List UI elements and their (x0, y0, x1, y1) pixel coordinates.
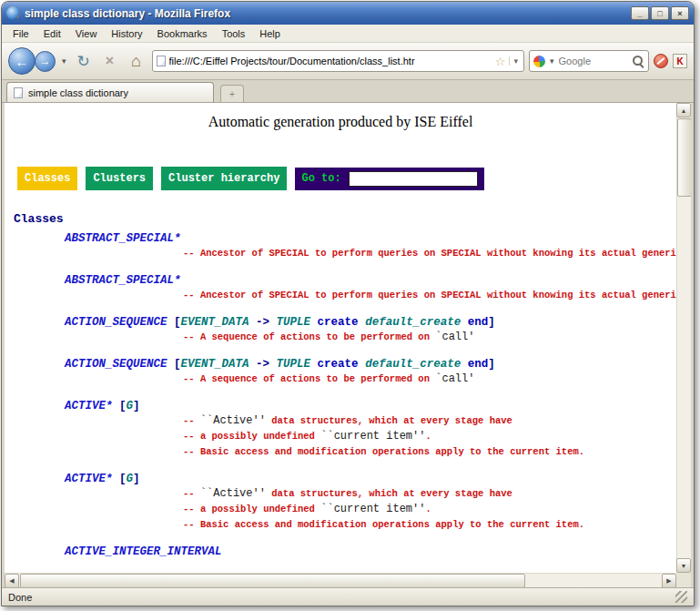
navigation-toolbar: ← → ▾ ↻ × ⌂ ☆ ▾ ▾ K (2, 43, 694, 80)
tab-label: simple class dictionary (28, 87, 128, 98)
bookmark-star-icon[interactable]: ☆ (495, 55, 506, 68)
class-entry: ACTIVE* [G]-- ``Active'' data structures… (5, 399, 676, 460)
class-entry: ACTION_SEQUENCE [EVENT_DATA -> TUPLE cre… (5, 357, 676, 387)
back-button[interactable]: ← (8, 47, 36, 75)
class-signature[interactable]: ACTIVE_INTEGER_INTERVAL (5, 545, 676, 559)
stop-icon[interactable]: × (99, 50, 121, 72)
google-engine-icon[interactable] (533, 56, 545, 67)
window-controls: _ □ × (631, 6, 689, 20)
resize-grip[interactable] (675, 591, 687, 603)
classes-section-title: Classes (14, 212, 676, 226)
goto-input[interactable] (349, 171, 478, 187)
horizontal-scrollbar[interactable]: ◀ ▶ (5, 573, 676, 587)
history-dropdown-icon[interactable]: ▾ (60, 56, 68, 66)
menu-edit[interactable]: Edit (36, 26, 68, 41)
clusters-button[interactable]: Clusters (86, 167, 153, 190)
class-entry: ABSTRACT_SPECIAL*-- Ancestor of SPECIAL … (5, 273, 676, 303)
window-title: simple class dictionary - Mozilla Firefo… (25, 7, 626, 20)
scroll-down-icon[interactable]: ▼ (676, 558, 691, 573)
tab-simple-class-dictionary[interactable]: simple class dictionary (6, 82, 214, 102)
new-tab-icon: + (229, 88, 235, 99)
class-comment: -- ``Active'' data structures, which at … (5, 486, 676, 502)
scroll-left-icon[interactable]: ◀ (5, 574, 19, 587)
kaspersky-addon-icon[interactable]: K (673, 54, 687, 68)
forward-arrow-icon: → (40, 55, 51, 67)
home-icon[interactable]: ⌂ (126, 50, 147, 72)
class-signature[interactable]: ACTIVE* [G] (5, 399, 676, 413)
status-text: Done (8, 592, 32, 603)
search-box: ▾ (529, 50, 649, 72)
reload-icon[interactable]: ↻ (73, 50, 95, 72)
class-signature[interactable]: ABSTRACT_SPECIAL* (5, 231, 676, 246)
page-title: Automatic generation produced by ISE Eif… (5, 103, 676, 130)
class-list: ABSTRACT_SPECIAL*-- Ancestor of SPECIAL … (5, 231, 676, 559)
search-input[interactable] (559, 56, 629, 66)
class-comment: -- Ancestor of SPECIAL to perform querie… (5, 246, 676, 261)
forward-button[interactable]: → (35, 51, 56, 72)
class-comment: -- Basic access and modification operati… (5, 444, 676, 460)
class-comment: -- Basic access and modification operati… (5, 517, 676, 533)
class-comment: -- a possibly undefined ``current item''… (5, 429, 676, 444)
title-bar[interactable]: simple class dictionary - Mozilla Firefo… (2, 2, 694, 25)
class-signature[interactable]: ABSTRACT_SPECIAL* (5, 273, 676, 288)
goto-label: Go to: (301, 172, 340, 185)
class-entry: ACTIVE* [G]-- ``Active'' data structures… (5, 472, 676, 533)
search-icon[interactable] (632, 55, 644, 67)
cluster-hierarchy-button[interactable]: Cluster hierarchy (161, 167, 287, 190)
firefox-window: simple class dictionary - Mozilla Firefo… (1, 1, 695, 606)
url-input[interactable] (169, 56, 492, 66)
class-comment: -- Ancestor of SPECIAL to perform querie… (5, 288, 676, 303)
vertical-scrollbar[interactable]: ▲ ▼ (676, 103, 691, 573)
status-bar: Done (2, 587, 694, 606)
new-tab-stub[interactable]: + (220, 85, 244, 102)
maximize-icon[interactable]: □ (651, 6, 669, 20)
url-bar: ☆ ▾ (152, 50, 524, 72)
addon-block-icon[interactable] (654, 54, 668, 68)
minimize-icon[interactable]: _ (631, 6, 649, 20)
menu-tools[interactable]: Tools (215, 26, 253, 41)
vertical-scroll-thumb[interactable] (677, 118, 692, 197)
classes-button[interactable]: Classes (17, 167, 77, 190)
doc-nav-row: Classes Clusters Cluster hierarchy Go to… (17, 167, 676, 190)
tab-favicon (14, 87, 23, 98)
menu-history[interactable]: History (104, 26, 149, 41)
tab-bar: simple class dictionary + (2, 80, 694, 103)
class-comment: -- a possibly undefined ``current item''… (5, 502, 676, 517)
scrollbar-corner (676, 573, 691, 587)
class-signature[interactable]: ACTIVE* [G] (5, 472, 676, 486)
menu-view[interactable]: View (68, 26, 105, 41)
class-signature[interactable]: ACTION_SEQUENCE [EVENT_DATA -> TUPLE cre… (5, 315, 676, 330)
url-dropdown-icon[interactable]: ▾ (509, 56, 520, 66)
class-entry: ABSTRACT_SPECIAL*-- Ancestor of SPECIAL … (5, 231, 676, 261)
browser-content: Automatic generation produced by ISE Eif… (2, 103, 694, 587)
class-comment: -- A sequence of actions to be performed… (5, 330, 676, 345)
class-comment: -- ``Active'' data structures, which at … (5, 413, 676, 429)
scroll-right-icon[interactable]: ▶ (662, 574, 676, 587)
back-arrow-icon: ← (15, 54, 29, 69)
menu-bar: File Edit View History Bookmarks Tools H… (2, 25, 694, 43)
class-comment: -- A sequence of actions to be performed… (5, 372, 676, 387)
class-entry: ACTION_SEQUENCE [EVENT_DATA -> TUPLE cre… (5, 315, 676, 345)
horizontal-scroll-thumb[interactable] (20, 574, 525, 587)
close-icon[interactable]: × (671, 6, 689, 20)
menu-bookmarks[interactable]: Bookmarks (150, 26, 215, 41)
goto-box: Go to: (295, 168, 483, 190)
document-page: Automatic generation produced by ISE Eif… (5, 103, 676, 573)
menu-file[interactable]: File (5, 26, 36, 41)
class-entry: ACTIVE_INTEGER_INTERVAL (5, 545, 676, 559)
search-engine-dropdown-icon[interactable]: ▾ (548, 56, 556, 66)
page-favicon (157, 56, 166, 66)
menu-help[interactable]: Help (252, 26, 288, 41)
class-signature[interactable]: ACTION_SEQUENCE [EVENT_DATA -> TUPLE cre… (5, 357, 676, 372)
firefox-icon (6, 6, 20, 20)
scroll-up-icon[interactable]: ▲ (676, 103, 691, 117)
